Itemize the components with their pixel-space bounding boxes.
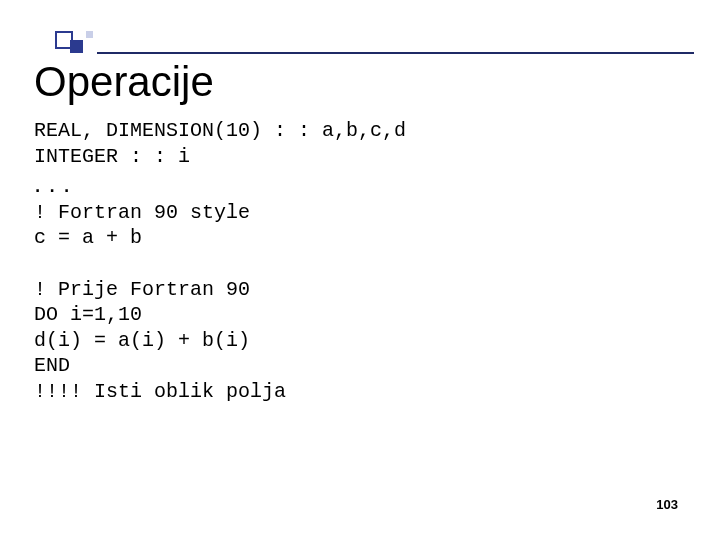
page-number: 103 — [656, 497, 678, 512]
slide-title: Operacije — [34, 58, 214, 106]
code-line: REAL, DIMENSION(10) : : a,b,c,d — [34, 119, 406, 142]
code-block: REAL, DIMENSION(10) : : a,b,c,d INTEGER … — [34, 118, 680, 405]
code-line: ! Fortran 90 style — [34, 201, 250, 224]
code-line: DO i=1,10 — [34, 303, 142, 326]
code-line: END — [34, 354, 70, 377]
square-small-icon — [86, 31, 93, 38]
code-line: !!!! Isti oblik polja — [34, 380, 286, 403]
code-line — [34, 252, 46, 275]
header-decoration — [0, 16, 720, 40]
code-line: c = a + b — [34, 226, 142, 249]
code-line: INTEGER : : i — [34, 145, 190, 168]
square-solid-icon — [70, 40, 83, 53]
code-line: ! Prije Fortran 90 — [34, 278, 250, 301]
ellipsis: . . . — [34, 168, 70, 198]
code-line: d(i) = a(i) + b(i) — [34, 329, 250, 352]
divider — [97, 52, 694, 54]
slide: Operacije REAL, DIMENSION(10) : : a,b,c,… — [0, 0, 720, 540]
